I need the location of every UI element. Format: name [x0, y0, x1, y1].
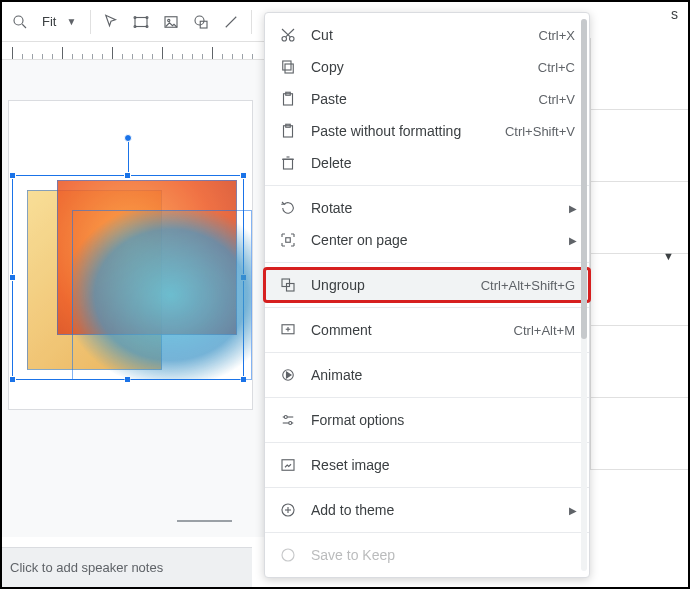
menu-separator [265, 185, 589, 186]
menu-shortcut: Ctrl+X [539, 28, 575, 43]
menu-format-options[interactable]: Format options [265, 404, 589, 436]
shape-tool-icon[interactable] [187, 8, 215, 36]
menu-shortcut: Ctrl+V [539, 92, 575, 107]
menu-label: Center on page [311, 232, 575, 248]
svg-line-15 [282, 29, 290, 37]
rotate-icon [279, 199, 297, 217]
resize-handle[interactable] [9, 376, 16, 383]
svg-point-35 [289, 422, 292, 425]
menu-reset-image[interactable]: Reset image [265, 449, 589, 481]
menu-center-on-page[interactable]: Center on page ▶ [265, 224, 589, 256]
menu-delete[interactable]: Delete [265, 147, 589, 179]
delete-icon [279, 154, 297, 172]
svg-point-8 [168, 19, 170, 21]
menu-label: Paste [311, 91, 525, 107]
menu-label: Add to theme [311, 502, 575, 518]
ungroup-icon [279, 276, 297, 294]
resize-handle[interactable] [9, 172, 16, 179]
menu-label: Ungroup [311, 277, 467, 293]
chevron-down-icon: ▼ [66, 16, 76, 27]
format-options-icon [279, 411, 297, 429]
menu-shortcut: Ctrl+Alt+M [514, 323, 575, 338]
menu-separator [265, 532, 589, 533]
svg-point-0 [14, 16, 23, 25]
menu-separator [265, 307, 589, 308]
menu-comment[interactable]: Comment Ctrl+Alt+M [265, 314, 589, 346]
menu-label: Paste without formatting [311, 123, 491, 139]
chevron-down-icon[interactable]: ▼ [663, 250, 674, 262]
svg-line-1 [22, 24, 26, 28]
menu-shortcut: Ctrl+C [538, 60, 575, 75]
copy-icon [279, 58, 297, 76]
line-tool-icon[interactable] [217, 8, 245, 36]
panel-cell [590, 254, 688, 326]
cut-icon [279, 26, 297, 44]
svg-rect-26 [282, 279, 290, 287]
right-panel: s [590, 2, 688, 587]
textbox-tool-icon[interactable] [127, 8, 155, 36]
menu-label: Comment [311, 322, 500, 338]
svg-point-34 [284, 416, 287, 419]
menu-copy[interactable]: Copy Ctrl+C [265, 51, 589, 83]
menu-label: Reset image [311, 457, 575, 473]
menu-add-to-theme[interactable]: Add to theme ▶ [265, 494, 589, 526]
menu-separator [265, 397, 589, 398]
svg-rect-16 [285, 64, 293, 73]
menu-separator [265, 487, 589, 488]
center-icon [279, 231, 297, 249]
image-tool-icon[interactable] [157, 8, 185, 36]
menu-separator [265, 442, 589, 443]
rotation-handle[interactable] [124, 134, 132, 142]
menu-label: Cut [311, 27, 525, 43]
animate-icon [279, 366, 297, 384]
menu-animate[interactable]: Animate [265, 359, 589, 391]
menu-shortcut: Ctrl+Shift+V [505, 124, 575, 139]
svg-rect-27 [287, 284, 295, 292]
toolbar-separator [251, 10, 252, 34]
panel-cell [590, 182, 688, 254]
comment-icon [279, 321, 297, 339]
rotation-line [128, 141, 129, 172]
selected-image-layer[interactable] [72, 210, 252, 380]
menu-label: Save to Keep [311, 547, 575, 563]
resize-handle[interactable] [240, 172, 247, 179]
search-icon[interactable] [6, 8, 34, 36]
svg-point-13 [290, 37, 295, 42]
menu-cut[interactable]: Cut Ctrl+X [265, 19, 589, 51]
chevron-right-icon: ▶ [569, 505, 577, 516]
panel-cell [590, 326, 688, 398]
slide-canvas-area[interactable] [2, 60, 264, 537]
zoom-label: Fit [36, 14, 62, 29]
menu-shortcut: Ctrl+Alt+Shift+G [481, 278, 575, 293]
menu-separator [265, 262, 589, 263]
select-tool-icon[interactable] [97, 8, 125, 36]
panel-cell [590, 110, 688, 182]
reset-image-icon [279, 456, 297, 474]
paste-icon [279, 90, 297, 108]
menu-save-to-keep[interactable]: Save to Keep [265, 539, 589, 571]
speaker-notes-placeholder: Click to add speaker notes [10, 560, 163, 575]
resize-handle[interactable] [9, 274, 16, 281]
slide-divider [177, 520, 232, 522]
panel-cell [590, 398, 688, 470]
menu-label: Rotate [311, 200, 575, 216]
menu-label: Copy [311, 59, 524, 75]
menu-rotate[interactable]: Rotate ▶ [265, 192, 589, 224]
speaker-notes[interactable]: Click to add speaker notes [2, 547, 252, 587]
svg-rect-2 [135, 17, 147, 26]
panel-fragment-text: s [590, 2, 688, 38]
menu-ungroup[interactable]: Ungroup Ctrl+Alt+Shift+G [265, 269, 589, 301]
zoom-dropdown[interactable]: Fit ▼ [36, 14, 76, 29]
svg-point-12 [282, 37, 287, 42]
add-to-theme-icon [279, 501, 297, 519]
resize-handle[interactable] [124, 172, 131, 179]
menu-label: Delete [311, 155, 575, 171]
chevron-right-icon: ▶ [569, 203, 577, 214]
panel-cell [590, 38, 688, 110]
toolbar-separator [90, 10, 91, 34]
menu-separator [265, 352, 589, 353]
menu-paste[interactable]: Paste Ctrl+V [265, 83, 589, 115]
menu-label: Format options [311, 412, 575, 428]
menu-scrollbar-thumb[interactable] [581, 19, 587, 339]
menu-paste-without-formatting[interactable]: Paste without formatting Ctrl+Shift+V [265, 115, 589, 147]
